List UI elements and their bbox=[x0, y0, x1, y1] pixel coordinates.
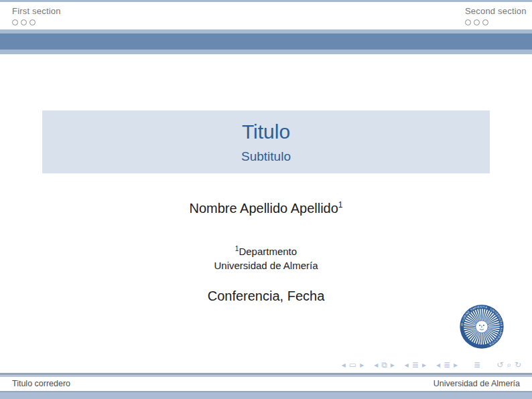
page-title: Titulo bbox=[242, 121, 290, 143]
frame-dots-second bbox=[465, 19, 527, 25]
footer-short-title: Titulo corredero bbox=[12, 379, 70, 388]
frame-dot[interactable] bbox=[21, 19, 27, 25]
nav-next-section-icon[interactable]: ▸ bbox=[454, 360, 458, 370]
nav-section-icon[interactable]: ≣ bbox=[444, 360, 450, 370]
frame-dots-first bbox=[12, 19, 61, 25]
nav-prev-slide-icon[interactable]: ◂ bbox=[342, 360, 346, 370]
nav-appendix-icon[interactable]: ≣ bbox=[474, 360, 480, 370]
bottom-accent-bar bbox=[0, 392, 532, 399]
author-footnote-mark: 1 bbox=[338, 200, 343, 210]
section-label-first[interactable]: First section bbox=[12, 6, 61, 16]
seal-face-eye bbox=[483, 325, 484, 326]
conference-date: Conferencia, Fecha bbox=[0, 289, 532, 304]
header-section-second: Second section bbox=[465, 6, 527, 25]
nav-back-icon[interactable]: ↺ bbox=[496, 360, 503, 370]
top-accent-bar bbox=[0, 0, 532, 2]
institute-line-2: Universidad de Almería bbox=[0, 258, 532, 272]
institute-line-1: 1Departmento bbox=[0, 242, 532, 258]
nav-subsection-icon[interactable]: ≣ bbox=[412, 360, 419, 370]
page-subtitle: Subtitulo bbox=[241, 149, 291, 164]
nav-overlay-frames-icon[interactable]: ⧉ bbox=[381, 360, 387, 370]
nav-next-slide-icon[interactable]: ▸ bbox=[360, 360, 364, 370]
header-band-lower bbox=[0, 50, 532, 54]
footer-separator-light bbox=[0, 375, 532, 377]
university-seal-logo: IN LUMINE SAPIENTIA · UNIVERSITAS ALMERI… bbox=[459, 304, 505, 349]
frame-dot[interactable] bbox=[465, 19, 471, 25]
institute-department: Departmento bbox=[239, 246, 297, 257]
nav-prev-subsection-icon[interactable]: ◂ bbox=[405, 360, 409, 370]
author-line: Nombre Apellido Apellido1 bbox=[0, 200, 532, 216]
section-label-second[interactable]: Second section bbox=[465, 6, 527, 16]
seal-face-eye bbox=[479, 325, 480, 326]
author-name: Nombre Apellido Apellido bbox=[189, 201, 338, 216]
header-section-first: First section bbox=[12, 6, 61, 25]
nav-prev-section-icon[interactable]: ◂ bbox=[436, 360, 440, 370]
nav-prev-frame-icon[interactable]: ◂ bbox=[374, 360, 378, 370]
footer-institution: Universidad de Almería bbox=[434, 379, 520, 388]
frame-dot[interactable] bbox=[12, 19, 18, 25]
beamer-navigation-bar: ◂ ▭ ▸ ◂ ⧉ ▸ ◂ ≣ ▸ ◂ ≣ ▸ ≣ ↺ ⌕ ↻ bbox=[342, 360, 521, 370]
nav-next-frame-icon[interactable]: ▸ bbox=[391, 360, 395, 370]
frame-dot[interactable] bbox=[482, 19, 488, 25]
title-block: Titulo Subtitulo bbox=[42, 110, 490, 173]
frame-dot[interactable] bbox=[29, 19, 36, 25]
beamer-title-slide: First section Second section Titulo Subt… bbox=[0, 0, 532, 399]
institute-block: 1Departmento Universidad de Almería bbox=[0, 242, 532, 272]
nav-frame-icon[interactable]: ▭ bbox=[349, 360, 356, 370]
header-steel-bar bbox=[0, 33, 532, 50]
nav-forward-icon[interactable]: ↻ bbox=[515, 360, 521, 370]
frame-dot[interactable] bbox=[474, 19, 480, 25]
nav-next-subsection-icon[interactable]: ▸ bbox=[422, 360, 426, 370]
nav-search-icon[interactable]: ⌕ bbox=[507, 360, 511, 370]
